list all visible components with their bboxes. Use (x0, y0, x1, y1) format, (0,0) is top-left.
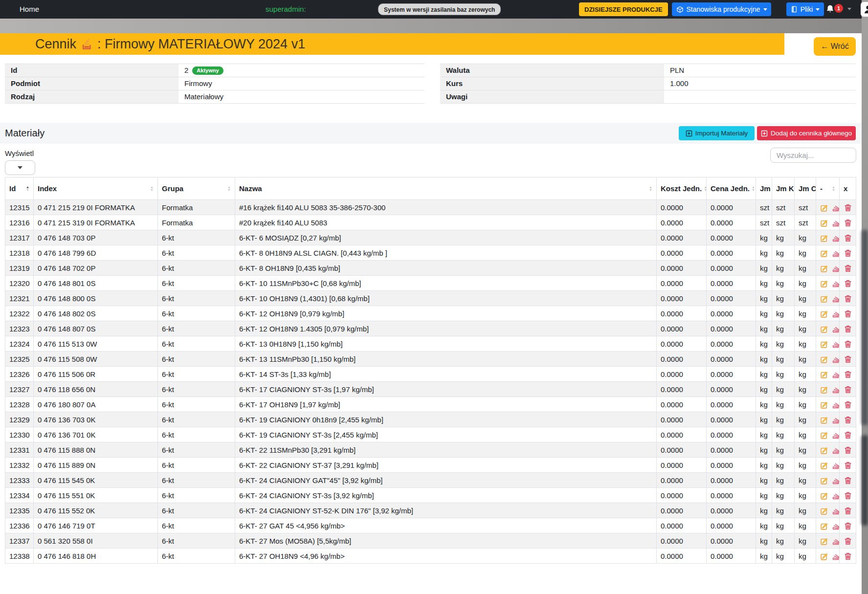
delete-icon[interactable] (844, 491, 852, 500)
copy-to-pricelist-icon[interactable] (832, 491, 840, 500)
copy-to-pricelist-icon[interactable] (832, 279, 840, 288)
column-header-[interactable]: -▲▼ (816, 177, 840, 200)
edit-icon[interactable] (820, 279, 829, 288)
edit-icon[interactable] (820, 249, 829, 258)
edit-icon[interactable] (820, 203, 829, 212)
delete-icon[interactable] (844, 461, 852, 470)
delete-icon[interactable] (844, 325, 852, 333)
copy-to-pricelist-icon[interactable] (832, 385, 840, 394)
column-header-index[interactable]: Index▲▼ (34, 177, 158, 200)
copy-to-pricelist-icon[interactable] (832, 446, 840, 455)
delete-icon[interactable] (844, 340, 852, 349)
column-header-nazwa[interactable]: Nazwa▲▼ (235, 177, 657, 200)
search-input[interactable] (770, 148, 856, 163)
delete-icon[interactable] (844, 416, 852, 424)
copy-to-pricelist-icon[interactable] (832, 476, 840, 485)
edit-icon[interactable] (820, 491, 829, 500)
copy-to-pricelist-icon[interactable] (832, 219, 840, 227)
user-avatar[interactable] (861, 2, 868, 17)
copy-to-pricelist-icon[interactable] (832, 325, 840, 333)
workstations-dropdown-button[interactable]: Stanowiska produkcyjne (672, 2, 771, 16)
notifications-bell-icon[interactable] (825, 4, 835, 14)
display-count-dropdown[interactable] (5, 160, 35, 175)
add-to-main-pricelist-button[interactable]: Dodaj do cennika głównego (757, 126, 856, 140)
delete-icon[interactable] (844, 355, 852, 364)
column-header-jm[interactable]: Jm (756, 177, 772, 200)
delete-icon[interactable] (844, 537, 852, 546)
copy-to-pricelist-icon[interactable] (832, 309, 840, 318)
edit-icon[interactable] (820, 340, 829, 349)
delete-icon[interactable] (844, 294, 852, 303)
edit-icon[interactable] (820, 219, 829, 227)
delete-icon[interactable] (844, 234, 852, 242)
edit-icon[interactable] (820, 294, 829, 303)
edit-icon[interactable] (820, 385, 829, 394)
edit-icon[interactable] (820, 416, 829, 424)
edit-icon[interactable] (820, 552, 829, 561)
edit-icon[interactable] (820, 537, 829, 546)
copy-to-pricelist-icon[interactable] (832, 294, 840, 303)
edit-icon[interactable] (820, 234, 829, 242)
delete-icon[interactable] (844, 506, 852, 515)
actions-cell (816, 549, 840, 564)
edit-icon[interactable] (820, 431, 829, 440)
files-dropdown-button[interactable]: Pliki (786, 2, 824, 16)
copy-to-pricelist-icon[interactable] (832, 249, 840, 258)
copy-to-pricelist-icon[interactable] (832, 461, 840, 470)
delete-icon[interactable] (844, 309, 852, 318)
delete-icon[interactable] (844, 264, 852, 273)
edit-icon[interactable] (820, 476, 829, 485)
column-header-koszt-jedn[interactable]: Koszt Jedn.▲▼ (657, 177, 707, 200)
column-header-cena-jedn[interactable]: Cena Jedn.▲▼ (707, 177, 756, 200)
edit-icon[interactable] (820, 522, 829, 530)
column-header-jm-k[interactable]: Jm K (772, 177, 795, 200)
copy-to-pricelist-icon[interactable] (832, 370, 840, 379)
chevron-down-icon[interactable] (847, 8, 851, 10)
edit-icon[interactable] (820, 325, 829, 333)
jm-c-cell: szt (795, 200, 816, 215)
copy-to-pricelist-icon[interactable] (832, 264, 840, 273)
copy-to-pricelist-icon[interactable] (832, 552, 840, 561)
import-materials-button[interactable]: Importuj Materiały (679, 126, 755, 140)
copy-to-pricelist-icon[interactable] (832, 537, 840, 546)
delete-icon[interactable] (844, 385, 852, 394)
copy-to-pricelist-icon[interactable] (832, 340, 840, 349)
edit-icon[interactable] (820, 355, 829, 364)
today-productions-button[interactable]: DZISIEJSZE PRODUKCJE (579, 2, 668, 16)
delete-icon[interactable] (844, 446, 852, 455)
copy-to-pricelist-icon[interactable] (832, 355, 840, 364)
column-header-id[interactable]: Id▲▼ (5, 177, 34, 200)
edit-icon[interactable] (820, 264, 829, 273)
delete-icon[interactable] (844, 400, 852, 409)
delete-icon[interactable] (844, 249, 852, 258)
delete-icon[interactable] (844, 203, 852, 212)
delete-icon[interactable] (844, 370, 852, 379)
column-header-jm-c[interactable]: Jm C (795, 177, 816, 200)
delete-icon[interactable] (844, 476, 852, 485)
nazwa-cell: 6-KT- 17 CIAGNIONY ST-3s [1,97 kg/mb] (235, 382, 657, 397)
edit-icon[interactable] (820, 461, 829, 470)
nav-home-link[interactable]: Home (20, 0, 39, 19)
delete-icon[interactable] (844, 431, 852, 440)
edit-icon[interactable] (820, 309, 829, 318)
delete-icon[interactable] (844, 522, 852, 530)
koszt-jedn-cell: 0.0000 (657, 336, 707, 352)
delete-icon[interactable] (844, 279, 852, 288)
copy-to-pricelist-icon[interactable] (832, 416, 840, 424)
edit-icon[interactable] (820, 400, 829, 409)
copy-to-pricelist-icon[interactable] (832, 506, 840, 515)
delete-icon[interactable] (844, 219, 852, 227)
edit-icon[interactable] (820, 506, 829, 515)
back-button[interactable]: ← Wróć (814, 37, 856, 56)
delete-cell (840, 352, 856, 367)
copy-to-pricelist-icon[interactable] (832, 431, 840, 440)
delete-icon[interactable] (844, 552, 852, 561)
copy-to-pricelist-icon[interactable] (832, 234, 840, 242)
copy-to-pricelist-icon[interactable] (832, 203, 840, 212)
copy-to-pricelist-icon[interactable] (832, 400, 840, 409)
copy-to-pricelist-icon[interactable] (832, 522, 840, 530)
column-header-x[interactable]: x (840, 177, 856, 200)
edit-icon[interactable] (820, 370, 829, 379)
edit-icon[interactable] (820, 446, 829, 455)
column-header-grupa[interactable]: Grupa▲▼ (158, 177, 235, 200)
